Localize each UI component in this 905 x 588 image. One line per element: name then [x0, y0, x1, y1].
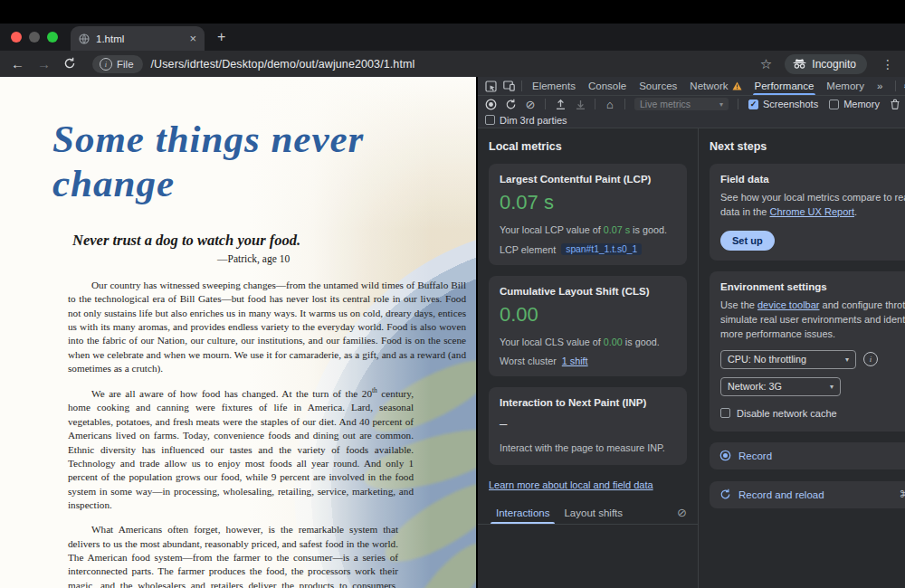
cpu-throttling-row: CPU: No throttling ▾ i	[720, 350, 905, 369]
cpu-throttling-select[interactable]: CPU: No throttling ▾	[720, 350, 856, 369]
paragraph: What Americans often forget, however, is…	[68, 523, 398, 588]
devtools-tabbar: Elements Console Sources Network Perform…	[478, 77, 905, 96]
memory-checkbox[interactable]: Memory	[824, 99, 884, 109]
tab-performance[interactable]: Performance	[748, 77, 821, 95]
lcp-value: 0.07 s	[500, 191, 676, 214]
tab-memory[interactable]: Memory	[820, 77, 871, 95]
chevron-down-icon: ▾	[845, 356, 849, 364]
tab-title: 1.html	[96, 33, 183, 44]
back-icon[interactable]: ←	[11, 57, 24, 71]
devtools-panel: Elements Console Sources Network Perform…	[476, 77, 905, 588]
disable-cache-checkbox[interactable]	[720, 408, 730, 418]
record-reload-shortcut: ⌘ ⇧ E	[900, 488, 905, 500]
tab-sources[interactable]: Sources	[633, 77, 683, 95]
warning-icon	[732, 81, 742, 90]
browser-menu-icon[interactable]: ⋮	[880, 57, 894, 71]
lcp-element-link[interactable]: span#t1_1.t.s0_1	[561, 243, 642, 255]
zoom-window-button[interactable]	[47, 32, 58, 43]
record-reload-icon	[719, 488, 731, 500]
cls-value: 0.00	[500, 303, 676, 327]
environment-settings-card: Environment settings Use the device tool…	[710, 271, 905, 432]
record-icon[interactable]	[481, 97, 500, 111]
bookmark-star-icon[interactable]: ☆	[760, 56, 772, 72]
record-reload-icon[interactable]	[501, 97, 519, 111]
inp-card: Interaction to Next Paint (INP) – Intera…	[489, 387, 687, 465]
tab-close-icon[interactable]: ×	[189, 33, 196, 44]
more-tabs-icon[interactable]: »	[871, 77, 889, 95]
environment-settings-text: Use the device toolbar and configure thr…	[720, 299, 905, 342]
chevron-down-icon: ▾	[830, 383, 834, 391]
logs-subtabs: Interactions Layout shifts ⊘	[478, 501, 698, 525]
capture-settings-row: Dim 3rd parties	[478, 112, 905, 128]
local-metrics-column: Local metrics Largest Contentful Paint (…	[478, 128, 699, 588]
device-toolbar-link[interactable]: device toolbar	[757, 299, 820, 310]
paragraph: Our country has witnessed sweeping chang…	[68, 279, 466, 375]
network-throttling-select[interactable]: Network: 3G ▾	[720, 377, 841, 396]
checkbox-checked-icon: ✓	[748, 100, 758, 109]
article-title: Some things never change	[52, 117, 476, 205]
local-metrics-heading: Local metrics	[489, 140, 687, 153]
paragraph: We are all aware of how food has changed…	[68, 386, 414, 512]
page-info-icon[interactable]: i	[100, 58, 112, 71]
live-metrics-select[interactable]: Live metrics ▾	[634, 98, 729, 110]
browser-tab[interactable]: 1.html ×	[71, 26, 205, 51]
lcp-title: Largest Contentful Paint (LCP)	[500, 174, 676, 185]
load-profile-icon[interactable]	[551, 97, 569, 111]
dim-3rd-parties-label: Dim 3rd parties	[500, 115, 567, 126]
network-throttling-row: Network: 3G ▾	[720, 377, 905, 396]
tab-console[interactable]: Console	[582, 77, 633, 95]
field-data-text: See how your local metrics compare to re…	[720, 191, 905, 220]
disable-cache-label: Disable network cache	[737, 408, 837, 419]
performance-toolbar: ⊘ ⌂ Live metrics ▾ ✓ Screenshot	[478, 96, 905, 112]
set-up-button[interactable]: Set up	[720, 231, 775, 251]
inp-title: Interaction to Next Paint (INP)	[500, 397, 676, 408]
devtools-settings-icon[interactable]: ⚙	[900, 79, 905, 93]
tab-elements[interactable]: Elements	[526, 77, 582, 95]
incognito-label: Incognito	[812, 58, 856, 71]
reload-icon[interactable]	[63, 57, 76, 71]
lcp-description: Your local LCP value of 0.07 s is good.	[500, 223, 676, 237]
forward-icon[interactable]: →	[37, 57, 51, 71]
record-label: Record	[738, 450, 772, 461]
worst-cluster-link[interactable]: 1 shift	[562, 356, 588, 366]
window-controls	[11, 32, 58, 43]
dim-3rd-parties-checkbox[interactable]	[485, 115, 495, 125]
inp-description: Interact with the page to measure INP.	[500, 441, 676, 455]
next-steps-heading: Next steps	[710, 140, 905, 153]
lcp-element-row: LCP element span#t1_1.t.s0_1	[500, 243, 676, 255]
subtab-interactions[interactable]: Interactions	[489, 501, 557, 524]
screenshots-checkbox[interactable]: ✓ Screenshots	[744, 99, 823, 109]
field-data-card: Field data See how your local metrics co…	[710, 164, 905, 261]
new-tab-button[interactable]: +	[217, 29, 225, 45]
collect-garbage-icon[interactable]	[886, 97, 904, 111]
environment-settings-title: Environment settings	[720, 281, 905, 292]
tab-network[interactable]: Network	[683, 77, 748, 95]
browser-toolbar: ← → i File /Users/idrtest/Desktop/demo/o…	[0, 51, 905, 77]
home-icon[interactable]: ⌂	[601, 97, 619, 111]
article: Some things never change Never trust a d…	[0, 117, 476, 588]
record-reload-label: Record and reload	[738, 489, 824, 500]
cls-card: Cumulative Layout Shift (CLS) 0.00 Your …	[489, 276, 687, 376]
inspect-element-icon[interactable]	[481, 79, 500, 93]
incognito-icon	[793, 59, 806, 69]
save-profile-icon[interactable]	[571, 97, 589, 111]
article-quote: Never trust a dog to watch your food.	[72, 232, 476, 250]
cls-cluster-row: Worst cluster 1 shift	[500, 356, 676, 366]
device-toolbar-icon[interactable]	[500, 79, 518, 93]
rendered-page: Some things never change Never trust a d…	[0, 77, 476, 588]
url-text[interactable]: /Users/idrtest/Desktop/demo/out/awjune20…	[151, 58, 415, 71]
record-button[interactable]: Record ⌘ E	[710, 442, 905, 469]
record-and-reload-button[interactable]: Record and reload ⌘ ⇧ E	[710, 481, 905, 508]
clear-log-icon[interactable]: ⊘	[677, 506, 687, 519]
browser-tabstrip: 1.html × +	[0, 24, 905, 51]
subtab-layout-shifts[interactable]: Layout shifts	[557, 501, 630, 524]
learn-more-link[interactable]: Learn more about local and field data	[489, 479, 653, 490]
omnibox[interactable]: i File /Users/idrtest/Desktop/demo/out/a…	[89, 53, 748, 74]
close-window-button[interactable]	[11, 32, 22, 43]
minimize-window-button[interactable]	[29, 32, 40, 43]
crux-report-link[interactable]: Chrome UX Report	[769, 206, 854, 217]
cpu-info-icon[interactable]: i	[863, 352, 878, 366]
file-scheme-chip[interactable]: i File	[92, 55, 143, 73]
clear-icon[interactable]: ⊘	[521, 97, 539, 111]
record-icon	[719, 450, 731, 461]
